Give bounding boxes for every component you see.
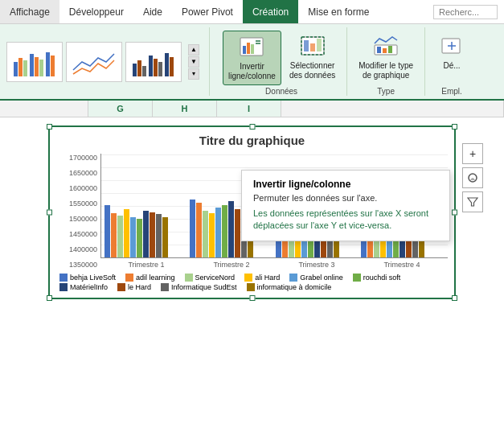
svg-marker-35 — [468, 198, 477, 206]
tooltip-popup: Invertir ligne/colonne Permuter les donn… — [241, 170, 450, 241]
svg-rect-10 — [142, 66, 146, 76]
legend-label-2: adil learning — [136, 274, 175, 282]
chart-legend: behja LiveSoft adil learning ServiceNord… — [56, 274, 448, 291]
chart-style-button[interactable] — [462, 167, 483, 188]
modifier-type-button[interactable]: Modifier le typede graphique — [354, 31, 418, 84]
svg-rect-0 — [14, 62, 18, 76]
type-group-label: Type — [377, 87, 395, 96]
y-label-4: 1500000 — [56, 215, 97, 223]
legend-label-9: Informatique SudEst — [171, 283, 237, 291]
y-label-7: 1350000 — [56, 261, 97, 269]
modifier-type-label: Modifier le typede graphique — [359, 61, 413, 80]
legend-label-10: informatique à domicile — [257, 283, 332, 291]
selectionner-icon — [300, 34, 326, 60]
bar-q1-10 — [162, 217, 168, 257]
col-header-rest — [281, 101, 504, 117]
legend-label-4: ali Hard — [255, 274, 280, 282]
thumb-scroll-up[interactable]: ▲ — [188, 44, 199, 56]
invertir-button[interactable]: Invertirligne/colonne — [223, 31, 281, 85]
handle-tr[interactable] — [452, 124, 457, 130]
y-axis: 1700000 1650000 1600000 1550000 1500000 … — [56, 154, 100, 269]
tooltip-description: Les données représentées sur l'axe X ser… — [253, 208, 438, 232]
bar-q1-3 — [117, 216, 123, 257]
chart-thumb-3[interactable] — [125, 42, 182, 82]
svg-rect-3 — [30, 54, 34, 76]
bar-q2-8 — [235, 209, 240, 257]
deplacer-label: Dé... — [443, 61, 460, 71]
legend-label-3: ServiceNord — [195, 274, 236, 282]
y-label-6: 1400000 — [56, 245, 97, 253]
handle-ml[interactable] — [47, 210, 52, 216]
svg-rect-30 — [388, 46, 392, 53]
legend-color-7 — [59, 283, 68, 291]
menu-miseenforme[interactable]: Mise en forme — [298, 0, 379, 23]
svg-rect-4 — [35, 57, 39, 76]
deplacer-button[interactable]: Dé... — [432, 31, 472, 74]
col-headers: G H I — [0, 101, 504, 117]
menu-creation[interactable]: Création — [243, 0, 298, 23]
thumb-scroll-expand[interactable]: ▾ — [188, 68, 199, 80]
svg-rect-18 — [247, 43, 250, 54]
svg-rect-29 — [383, 48, 387, 53]
deplacer-icon — [439, 34, 465, 60]
sheet-area: G H I Titre du graphique 1700000 1650000… — [0, 101, 504, 307]
legend-item-2: adil learning — [125, 274, 175, 282]
legend-item-4: ali Hard — [244, 274, 280, 282]
legend-label-5: Grabel online — [300, 274, 343, 282]
svg-rect-7 — [51, 56, 55, 76]
menu-powerpivot[interactable]: Power Pivot — [172, 0, 243, 23]
svg-rect-6 — [46, 52, 50, 76]
ribbon-buttons-empl: Dé... — [432, 31, 472, 74]
thumb-scroll-down[interactable]: ▼ — [188, 56, 199, 68]
modifier-type-icon — [373, 34, 399, 60]
handle-mr[interactable] — [452, 210, 457, 216]
svg-rect-28 — [377, 47, 381, 53]
svg-rect-8 — [133, 64, 137, 76]
col-header-i: I — [217, 101, 281, 117]
legend-item-1: behja LiveSoft — [59, 274, 116, 282]
row-num-header — [0, 101, 24, 117]
svg-rect-13 — [158, 62, 162, 76]
chart-side-buttons: + — [462, 143, 483, 212]
legend-color-3 — [185, 274, 193, 282]
bar-q1-7 — [143, 211, 149, 257]
menubar: Affichage Développeur Aide Power Pivot C… — [0, 0, 504, 24]
handle-bl[interactable] — [47, 295, 52, 301]
col-header-h: H — [153, 101, 217, 117]
x-label-1: Trimestre 1 — [104, 258, 189, 269]
handle-br[interactable] — [452, 295, 457, 301]
bar-q1-5 — [130, 217, 136, 257]
legend-label-6: rouchdi soft — [363, 274, 401, 282]
col-header-g2: G — [88, 101, 153, 117]
legend-color-4 — [244, 274, 252, 282]
y-label-1: 1650000 — [56, 169, 97, 177]
invertir-icon — [239, 35, 264, 60]
bar-q2-3 — [203, 211, 208, 257]
menu-aide[interactable]: Aide — [133, 0, 172, 23]
selectionner-label: Sélectionnerdes données — [289, 61, 335, 80]
menu-affichage[interactable]: Affichage — [0, 0, 59, 23]
chart-filter-button[interactable] — [462, 191, 483, 212]
selectionner-button[interactable]: Sélectionnerdes données — [285, 31, 340, 84]
handle-bc[interactable] — [249, 295, 255, 301]
legend-label-8: le Hard — [128, 283, 151, 291]
svg-rect-23 — [304, 40, 309, 51]
legend-label-1: behja LiveSoft — [70, 274, 116, 282]
chart-thumb-1[interactable] — [6, 42, 63, 82]
y-label-3: 1550000 — [56, 200, 97, 208]
tooltip-title: Invertir ligne/colonne — [253, 179, 438, 190]
legend-color-8 — [117, 283, 125, 291]
ribbon-group-type: Modifier le typede graphique Type — [347, 27, 425, 96]
ribbon-group-donnees: Invertirligne/colonne — [216, 27, 347, 96]
search-input[interactable] — [433, 5, 498, 19]
menu-developpeur[interactable]: Développeur — [59, 0, 133, 23]
chart-add-button[interactable]: + — [462, 143, 483, 164]
handle-tc[interactable] — [249, 124, 255, 130]
chart-thumb-2[interactable] — [66, 42, 122, 82]
handle-tl[interactable] — [47, 124, 52, 130]
legend-color-1 — [59, 274, 68, 282]
svg-rect-17 — [243, 46, 246, 54]
y-label-5: 1450000 — [56, 230, 97, 238]
legend-item-7: MatérielInfo — [59, 283, 108, 291]
x-label-4: Trimestre 4 — [359, 258, 445, 269]
